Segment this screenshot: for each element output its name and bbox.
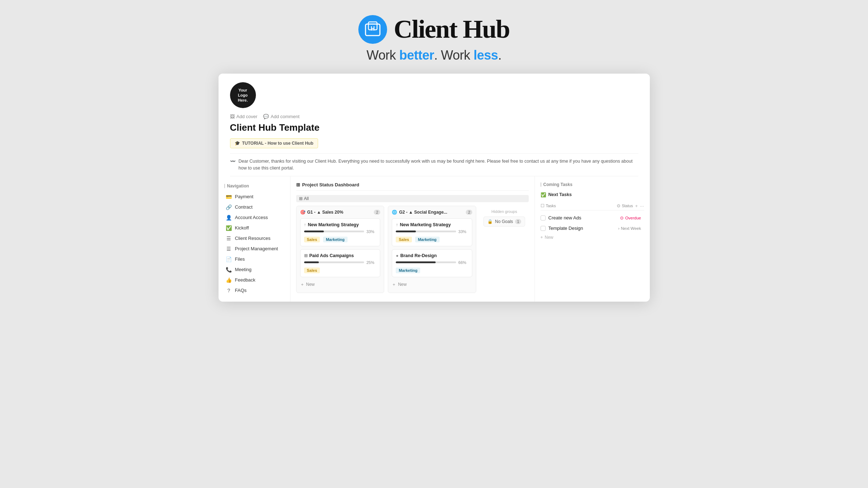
graduation-icon: 🎓 — [235, 141, 240, 146]
trend-up-icon: ↑ — [396, 222, 398, 227]
card-title: ⊞ Paid Ads Campaigns — [304, 253, 377, 258]
target-icon: 🎯 — [300, 210, 306, 215]
task-name: Template Design — [548, 226, 583, 231]
progress-text: 25% — [366, 260, 376, 265]
tagline: Work better. Work less. — [367, 48, 501, 63]
card-tags: Marketing — [396, 267, 468, 273]
progress-fill — [396, 231, 415, 232]
dashboard-header: ⊞ Project Status Dashboard — [296, 182, 529, 191]
app-window: Your Logo Here. 🖼 Add cover 💬 Add commen… — [219, 74, 650, 302]
status-badge-overdue: ⊙ Overdue — [617, 215, 644, 221]
tutorial-banner[interactable]: 🎓 TUTORIAL - How to use Client Hub — [230, 138, 318, 148]
sidebar-item-meeting[interactable]: 📞 Meeting — [220, 265, 289, 275]
add-new-g2-button[interactable]: ＋ New — [392, 280, 472, 289]
design-icon: ● — [396, 253, 398, 258]
sidebar-item-account-access[interactable]: 👤 Account Access — [220, 213, 289, 223]
page-title: Client Hub Template — [230, 122, 638, 133]
tasks-col-actions: ⊙ Status + ··· — [617, 203, 644, 209]
sidebar: Navigation 💳 Payment 🔗 Contract 👤 Accoun… — [219, 176, 290, 302]
task-checkbox[interactable] — [541, 215, 546, 220]
kanban-col-g2-header: 🌐 G2 - ▲ Social Engage... 2 — [392, 210, 472, 215]
kanban-card[interactable]: ↑ New Marketing Strategy 33% Sales Marke… — [392, 218, 472, 246]
card-title: ↑ New Marketing Strategy — [304, 222, 377, 227]
progress-fill — [304, 231, 324, 232]
sidebar-item-payment[interactable]: 💳 Payment — [220, 192, 289, 202]
branding-header: H Client Hub Work better. Work less. — [358, 14, 509, 63]
task-left: Create new Ads — [541, 215, 582, 220]
overdue-icon: ⊙ — [620, 215, 624, 220]
sidebar-item-contract[interactable]: 🔗 Contract — [220, 202, 289, 212]
trend-up-icon: ↑ — [304, 222, 306, 227]
company-logo-placeholder: Your Logo Here. — [230, 82, 256, 108]
add-comment-button[interactable]: 💬 Add comment — [263, 114, 299, 119]
brand-logo: H — [358, 15, 387, 44]
task-name: Create new Ads — [548, 215, 582, 220]
plus-icon: ＋ — [392, 282, 396, 288]
link-icon: 🔗 — [226, 204, 232, 210]
progress-bar — [396, 261, 456, 263]
kanban-col-g2-count: 2 — [466, 210, 472, 215]
brand-title: Client Hub — [394, 14, 509, 44]
progress-text: 33% — [366, 229, 376, 234]
grid-icon: ☰ — [226, 246, 232, 252]
progress-fill — [396, 261, 436, 263]
app-header: Your Logo Here. 🖼 Add cover 💬 Add commen… — [219, 74, 650, 176]
sidebar-heading: Navigation — [219, 182, 290, 191]
logo-row: H Client Hub — [358, 14, 509, 44]
kanban-board: 🎯 G1 - ▲ Sales 20% 2 ↑ New Marketing Str… — [296, 206, 529, 293]
app-content: Navigation 💳 Payment 🔗 Contract 👤 Accoun… — [219, 176, 650, 302]
kanban-card[interactable]: ● Brand Re-Design 66% Marketing — [392, 249, 472, 277]
tasks-col-label-status: ⊙ Status — [617, 203, 633, 208]
tasks-table-header: ☐ Tasks ⊙ Status + ··· — [541, 202, 644, 210]
view-all-toggle[interactable]: ⊞ All — [296, 195, 529, 202]
task-left: Template Design — [541, 226, 583, 231]
add-col-button[interactable]: + — [635, 203, 638, 209]
progress-bar-wrap: 25% — [304, 260, 377, 265]
wave-icon: 〰️ — [230, 158, 236, 165]
progress-bar-wrap: 33% — [304, 229, 377, 234]
task-checkbox[interactable] — [541, 226, 546, 231]
coming-tasks-panel: Coming Tasks ✅ Next Tasks ☐ Tasks ⊙ Stat… — [535, 176, 650, 302]
table-icon: ⊞ — [296, 182, 300, 187]
svg-text:H: H — [371, 25, 375, 32]
card-tags: Sales Marketing — [396, 236, 468, 242]
card-tags: Sales — [304, 267, 377, 273]
add-cover-button[interactable]: 🖼 Add cover — [230, 114, 258, 119]
next-tasks-tab[interactable]: ✅ Next Tasks — [541, 191, 644, 199]
plus-icon: + — [541, 235, 543, 240]
more-options-button[interactable]: ··· — [640, 203, 644, 209]
menu-icon: ☰ — [226, 236, 232, 241]
kanban-col-g1-title: 🎯 G1 - ▲ Sales 20% — [300, 210, 344, 215]
checkbox-icon: ☐ — [541, 203, 545, 208]
progress-fill — [304, 261, 319, 263]
dashboard-title: ⊞ Project Status Dashboard — [296, 182, 359, 187]
header-actions: 🖼 Add cover 💬 Add comment — [230, 114, 638, 119]
sidebar-item-project-management[interactable]: ☰ Project Management — [220, 244, 289, 254]
task-row[interactable]: Template Design › Next Week — [541, 223, 644, 233]
no-goals-item[interactable]: 🔒 No Goals 1 — [483, 217, 525, 227]
progress-bar — [396, 231, 456, 232]
tasks-col-label-tasks: ☐ Tasks — [541, 203, 556, 208]
globe-icon: 🌐 — [392, 210, 397, 215]
kanban-column-g1: 🎯 G1 - ▲ Sales 20% 2 ↑ New Marketing Str… — [296, 206, 385, 293]
plus-icon: ＋ — [300, 282, 304, 288]
kanban-card[interactable]: ⊞ Paid Ads Campaigns 25% Sales — [300, 249, 381, 277]
new-task-button[interactable]: + New — [541, 235, 644, 240]
sidebar-item-kickoff[interactable]: ✅ Kickoff — [220, 223, 289, 233]
kanban-card[interactable]: ↑ New Marketing Strategy 33% Sales Marke… — [300, 218, 381, 246]
check-circle-icon: ✅ — [541, 192, 546, 197]
card-title: ↑ New Marketing Strategy — [396, 222, 468, 227]
sidebar-item-faqs[interactable]: ? FAQs — [220, 285, 289, 296]
kanban-col-g1-count: 2 — [374, 210, 380, 215]
sidebar-item-files[interactable]: 📄 Files — [220, 254, 289, 264]
coming-tasks-heading: Coming Tasks — [541, 182, 644, 187]
sidebar-item-client-resources[interactable]: ☰ Client Resources — [220, 233, 289, 243]
comment-icon: 💬 — [263, 114, 269, 119]
no-goals-count: 1 — [515, 219, 521, 224]
task-row[interactable]: Create new Ads ⊙ Overdue — [541, 213, 644, 223]
tag-sales: Sales — [396, 237, 412, 242]
question-icon: ? — [226, 288, 232, 293]
payment-icon: 💳 — [226, 194, 232, 200]
add-new-g1-button[interactable]: ＋ New — [300, 280, 381, 289]
sidebar-item-feedback[interactable]: 👍 Feedback — [220, 275, 289, 285]
